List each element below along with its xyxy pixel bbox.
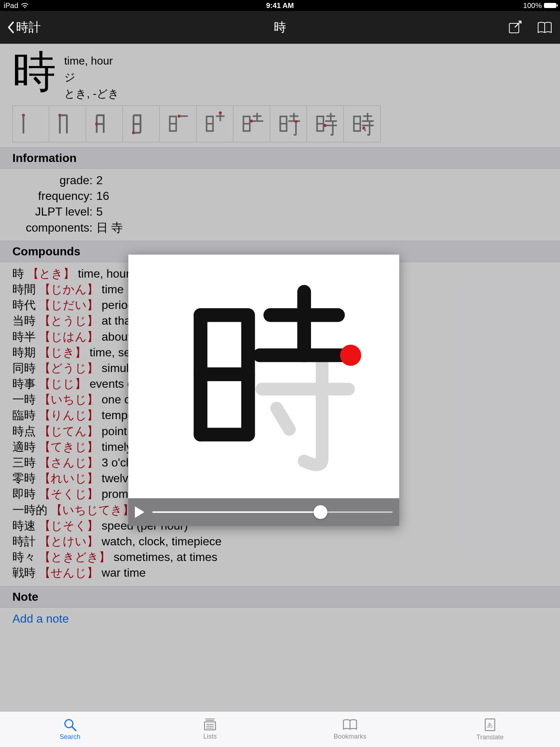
- svg-line-59: [72, 727, 76, 731]
- back-label: 時計: [16, 19, 41, 36]
- stroke-animation-popup: [128, 255, 399, 526]
- svg-line-1: [515, 22, 521, 27]
- play-button[interactable]: [135, 506, 144, 518]
- tab-label: Lists: [203, 733, 217, 740]
- battery-pct: 100%: [523, 1, 542, 10]
- nav-bar: 時計 時: [0, 11, 560, 44]
- bookmarks-icon: [342, 718, 358, 731]
- back-button[interactable]: 時計: [7, 19, 41, 36]
- tab-translate[interactable]: あ Translate: [420, 712, 560, 747]
- bookmark-open-icon[interactable]: [537, 20, 553, 35]
- tab-label: Bookmarks: [334, 733, 366, 740]
- tab-label: Search: [59, 733, 80, 741]
- status-bar: iPad 9:41 AM 100%: [0, 0, 560, 11]
- tab-label: Translate: [477, 734, 503, 741]
- svg-line-50: [276, 408, 289, 429]
- tab-bar: Search Lists Bookmarks あ Translate: [0, 711, 560, 747]
- tab-search[interactable]: Search: [0, 712, 140, 747]
- playback-controls: [128, 498, 399, 526]
- device-label: iPad: [4, 1, 18, 10]
- tab-lists[interactable]: Lists: [140, 712, 280, 747]
- stroke-canvas[interactable]: [128, 255, 399, 498]
- lists-icon: [203, 718, 217, 731]
- chevron-left-icon: [7, 21, 15, 34]
- search-icon: [63, 718, 77, 732]
- status-time: 9:41 AM: [188, 1, 372, 10]
- page-title: 時: [189, 19, 371, 36]
- svg-text:あ: あ: [487, 722, 493, 728]
- wifi-icon: [21, 3, 28, 8]
- svg-point-57: [340, 345, 361, 366]
- content-area: 時 time, hour ジ とき, -どき Information grade…: [0, 44, 560, 711]
- progress-slider[interactable]: [152, 511, 393, 513]
- slider-thumb[interactable]: [314, 505, 327, 519]
- slider-fill: [152, 511, 320, 513]
- svg-point-58: [65, 720, 73, 728]
- battery-icon: [544, 3, 556, 8]
- translate-icon: あ: [484, 717, 496, 732]
- compose-icon[interactable]: [508, 20, 522, 35]
- tab-bookmarks[interactable]: Bookmarks: [280, 712, 420, 747]
